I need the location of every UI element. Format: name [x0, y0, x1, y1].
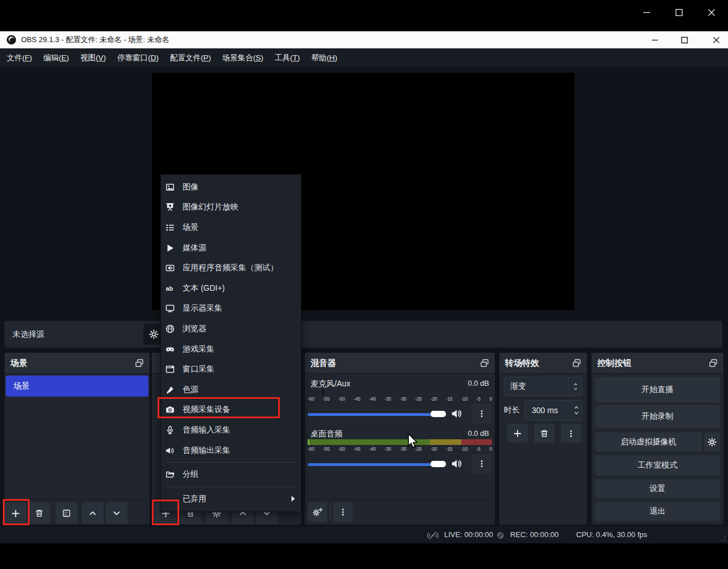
duration-label: 时长 [504, 405, 520, 415]
mixer-menu-button[interactable] [333, 502, 353, 522]
duration-spinner[interactable]: 300 ms [524, 400, 582, 420]
plus-icon [513, 429, 522, 438]
obs-minimize-button[interactable] [647, 33, 662, 47]
start-streaming-button[interactable]: 开始直播 [595, 377, 720, 402]
menu-item-display-capture[interactable]: 显示器采集 [161, 299, 301, 319]
annotation-box-add-scene [3, 499, 30, 525]
gear-icon [708, 438, 717, 447]
gamepad-icon [166, 345, 175, 354]
image-icon [166, 183, 175, 192]
virtual-camera-settings-button[interactable] [704, 432, 720, 452]
popout-icon[interactable] [480, 358, 489, 368]
transitions-panel-title: 转场特效 [505, 358, 539, 369]
toolbar-divider [330, 504, 330, 520]
remove-transition-button[interactable] [534, 424, 555, 443]
advanced-audio-button[interactable] [308, 502, 327, 522]
channel-menu-button[interactable] [471, 404, 492, 423]
menu-item-game-capture[interactable]: 游戏采集 [161, 339, 301, 360]
menu-separator [166, 486, 296, 487]
duration-value: 300 ms [525, 406, 558, 415]
speaker-icon[interactable] [451, 459, 462, 469]
live-time: LIVE: 00:00:00 [444, 530, 493, 539]
mouse-cursor [407, 433, 418, 449]
gear-icon [149, 329, 159, 339]
chevron-up-icon [88, 509, 97, 518]
obs-window: OBS 29.1.3 - 配置文件: 未命名 - 场景: 未命名 文件(F) 编… [0, 31, 728, 543]
meter-scale: -60-55-50-45-40-35-30-25-20-15-10-50 [308, 395, 492, 403]
volume-slider[interactable] [308, 463, 446, 466]
menu-item-media-source[interactable]: 媒体源 [161, 238, 301, 258]
menu-view[interactable]: 视图(V) [80, 53, 106, 63]
dots-vertical-icon [477, 409, 486, 418]
dots-vertical-icon [477, 459, 486, 468]
live-muted-icon [425, 531, 440, 540]
volume-slider-handle[interactable] [431, 411, 446, 417]
menu-docks[interactable]: 停靠窗口(D) [117, 53, 159, 63]
menu-scene-collection[interactable]: 场景集合(S) [222, 53, 263, 63]
scene-filters-button[interactable] [56, 502, 77, 524]
meter-scale: -60-55-50-45-40-35-30-25-20-15-10-50 [308, 446, 492, 453]
channel-menu-button[interactable] [471, 454, 492, 473]
exit-button[interactable]: 退出 [595, 502, 720, 521]
menu-item-text-gdi[interactable]: ab 文本 (GDI+) [161, 278, 301, 299]
transition-properties-button[interactable] [561, 424, 581, 443]
mic-icon [166, 426, 175, 435]
resize-grip[interactable] [721, 537, 726, 541]
select-chevrons [568, 377, 582, 395]
remove-scene-button[interactable] [28, 502, 50, 524]
menu-item-image[interactable]: 图像 [161, 177, 301, 197]
menu-item-slideshow[interactable]: 图像幻灯片放映 [161, 197, 301, 218]
popout-icon[interactable] [135, 358, 144, 368]
host-close-button[interactable] [705, 6, 718, 19]
menu-item-deprecated[interactable]: 已弃用 [161, 489, 301, 509]
popout-icon[interactable] [709, 358, 718, 368]
settings-button[interactable]: 设置 [595, 479, 720, 498]
menu-item-window-capture[interactable]: 窗口采集 [161, 359, 301, 380]
popout-icon[interactable] [572, 358, 581, 368]
controls-panel-title: 控制按钮 [597, 358, 631, 369]
menu-item-scene[interactable]: 场景 [161, 217, 301, 238]
add-source-menu: 图像 图像幻灯片放映 场景 媒体源 应用程序音频采集（测试） ab 文本 (GD… [160, 174, 301, 512]
speaker-icon[interactable] [451, 409, 462, 419]
menu-tools[interactable]: 工具(T) [275, 53, 300, 63]
add-transition-button[interactable] [507, 424, 528, 443]
spinner-chevrons[interactable] [573, 405, 580, 415]
double-gear-icon [312, 508, 323, 517]
host-minimize-button[interactable] [640, 6, 653, 19]
menu-help[interactable]: 帮助(H) [311, 53, 337, 63]
studio-mode-button[interactable]: 工作室模式 [595, 455, 720, 476]
host-maximize-button[interactable] [672, 6, 686, 19]
controls-panel: 控制按钮 开始直播 开始录制 启动虚拟摄像机 工作室模式 设置 退出 [592, 353, 723, 525]
scenes-panel-title: 场景 [10, 358, 27, 369]
obs-logo-icon [6, 35, 16, 45]
menu-item-group[interactable]: 分组 [161, 464, 301, 485]
move-scene-up-button[interactable] [82, 502, 104, 524]
menu-item-browser[interactable]: 浏览器 [161, 319, 301, 339]
volume-slider-handle[interactable] [431, 461, 446, 467]
rec-time: REC: 00:00:00 [510, 530, 559, 539]
menu-item-audio-input-capture[interactable]: 音频输入采集 [161, 420, 301, 440]
menu-file[interactable]: 文件(F) [7, 53, 32, 63]
volume-slider[interactable] [308, 413, 446, 416]
dots-vertical-icon [566, 429, 576, 438]
mixer-panel-title: 混音器 [311, 358, 336, 369]
obs-close-button[interactable] [709, 33, 723, 47]
scene-list-item[interactable]: 场景 [6, 376, 148, 397]
menu-profile[interactable]: 配置文件(P) [170, 53, 211, 63]
obs-maximize-button[interactable] [677, 33, 692, 47]
start-virtual-camera-button[interactable]: 启动虚拟摄像机 [595, 432, 702, 452]
menu-item-audio-output-capture[interactable]: 音频输出采集 [161, 440, 301, 461]
scene-list-icon [166, 223, 175, 232]
chevron-down-icon [112, 509, 121, 518]
annotation-box-video-capture [158, 397, 280, 418]
cpu-fps-status: CPU: 0.4%, 30.00 fps [576, 530, 647, 539]
menu-edit[interactable]: 编辑(E) [43, 53, 69, 63]
move-scene-down-button[interactable] [106, 502, 127, 524]
volume-meter [308, 439, 492, 445]
transition-select[interactable]: 渐变 [504, 377, 582, 396]
menu-item-app-audio-capture[interactable]: 应用程序音频采集（测试） [161, 258, 301, 278]
obs-titlebar: OBS 29.1.3 - 配置文件: 未命名 - 场景: 未命名 [0, 31, 728, 48]
transition-value: 渐变 [504, 381, 526, 391]
slideshow-icon [166, 203, 175, 212]
start-recording-button[interactable]: 开始录制 [595, 405, 720, 428]
